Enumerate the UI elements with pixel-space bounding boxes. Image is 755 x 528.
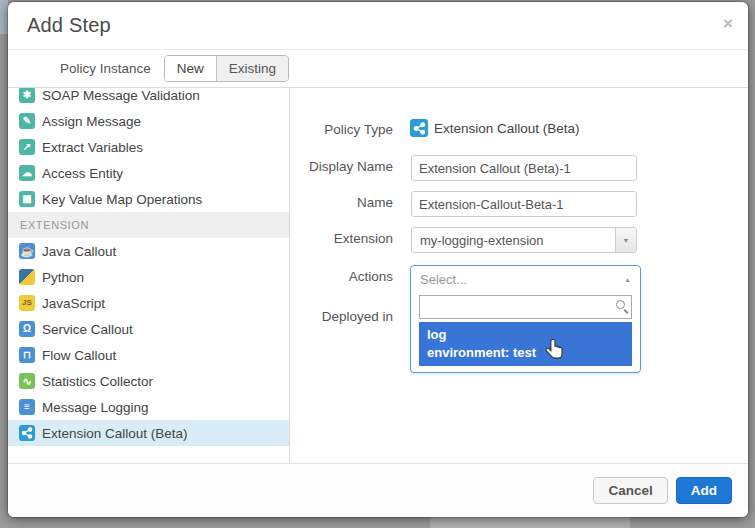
statistics-collector-icon: ∿ — [19, 373, 35, 389]
actions-label: Actions — [290, 269, 393, 284]
display-name-input[interactable] — [411, 155, 637, 181]
extension-callout-icon — [19, 425, 35, 441]
extract-variables-icon: ↗ — [19, 139, 35, 155]
background-page-strip — [430, 517, 630, 528]
list-item-label: Key Value Map Operations — [42, 192, 202, 207]
list-item-flow-callout[interactable]: ⊓ Flow Callout — [8, 342, 289, 368]
list-item-label: Java Callout — [42, 244, 116, 259]
list-item-label: Access Entity — [42, 166, 123, 181]
policy-type-value-row: Extension Callout (Beta) — [410, 119, 580, 137]
deployed-in-label: Deployed in — [290, 309, 393, 324]
list-item-statistics-collector[interactable]: ∿ Statistics Collector — [8, 368, 289, 394]
actions-dropdown-control[interactable]: Select... ▲ — [411, 266, 640, 292]
policy-instance-row: Policy Instance New Existing — [8, 50, 748, 88]
actions-placeholder: Select... — [420, 272, 624, 287]
policy-form: Policy Type Extension Callout (Beta) Dis… — [290, 88, 748, 463]
modal-title: Add Step — [27, 14, 111, 37]
list-item-label: SOAP Message Validation — [42, 88, 200, 103]
cancel-button[interactable]: Cancel — [593, 477, 667, 504]
actions-dropdown: Select... ▲ log environment: test — [410, 265, 641, 373]
list-item-label: Python — [42, 270, 84, 285]
list-item-label: JavaScript — [42, 296, 105, 311]
list-item-service-callout[interactable]: Ω Service Callout — [8, 316, 289, 342]
list-item-key-value-map-operations[interactable]: ▦ Key Value Map Operations — [8, 186, 289, 212]
chevron-down-icon: ▼ — [615, 228, 636, 252]
message-logging-icon: ≡ — [19, 399, 35, 415]
name-label: Name — [290, 195, 393, 210]
add-button[interactable]: Add — [676, 477, 732, 504]
python-icon — [19, 269, 35, 285]
toggle-existing-button[interactable]: Existing — [216, 56, 288, 81]
actions-search-wrap — [419, 295, 632, 319]
list-item-label: Extract Variables — [42, 140, 143, 155]
list-item-python[interactable]: Python — [8, 264, 289, 290]
access-entity-icon: ☁ — [19, 165, 35, 181]
list-item-access-entity[interactable]: ☁ Access Entity — [8, 160, 289, 186]
javascript-icon: JS — [19, 295, 35, 311]
soap-message-validation-icon: ✱ — [19, 88, 35, 103]
policy-type-list: ✱ SOAP Message Validation ✎ Assign Messa… — [8, 88, 290, 463]
actions-search-input[interactable] — [419, 295, 632, 319]
policy-type-label: Policy Type — [290, 122, 393, 137]
assign-message-icon: ✎ — [19, 113, 35, 129]
close-icon[interactable]: × — [723, 15, 733, 32]
java-callout-icon: ☕ — [19, 243, 35, 259]
list-item-label: Message Logging — [42, 400, 149, 415]
list-item-java-callout[interactable]: ☕ Java Callout — [8, 238, 289, 264]
extension-label: Extension — [290, 231, 393, 246]
list-item-extension-callout[interactable]: Extension Callout (Beta) — [8, 420, 289, 446]
list-item-assign-message[interactable]: ✎ Assign Message — [8, 108, 289, 134]
search-icon — [616, 300, 625, 309]
list-item-message-logging[interactable]: ≡ Message Logging — [8, 394, 289, 420]
extension-select[interactable]: my-logging-extension ▼ — [411, 227, 637, 253]
toggle-new-button[interactable]: New — [165, 56, 216, 81]
modal-footer: Cancel Add — [8, 463, 748, 517]
chevron-up-icon: ▲ — [624, 276, 631, 283]
key-value-map-icon: ▦ — [19, 191, 35, 207]
name-input[interactable] — [411, 191, 637, 217]
policy-instance-toggle: New Existing — [164, 55, 289, 82]
policy-instance-label: Policy Instance — [60, 61, 151, 76]
screenshot-root: { "modal": { "title": "Add Step", "close… — [0, 0, 755, 528]
modal-header: Add Step × — [8, 2, 748, 50]
policy-type-value: Extension Callout (Beta) — [434, 121, 580, 136]
list-item-label: Statistics Collector — [42, 374, 153, 389]
option-action-name: log — [427, 326, 624, 344]
extension-callout-icon — [410, 119, 428, 137]
list-item-label: Assign Message — [42, 114, 141, 129]
list-item-label: Service Callout — [42, 322, 133, 337]
option-environment: environment: test — [427, 344, 624, 362]
list-item-label: Extension Callout (Beta) — [42, 426, 188, 441]
list-item-extract-variables[interactable]: ↗ Extract Variables — [8, 134, 289, 160]
list-section-extension: EXTENSION — [8, 212, 289, 238]
list-item-soap-message-validation[interactable]: ✱ SOAP Message Validation — [8, 88, 289, 108]
modal-content: ✱ SOAP Message Validation ✎ Assign Messa… — [8, 88, 748, 463]
list-item-javascript[interactable]: JS JavaScript — [8, 290, 289, 316]
display-name-label: Display Name — [290, 159, 393, 174]
extension-select-value: my-logging-extension — [412, 228, 615, 252]
background-page-sliver — [0, 0, 8, 34]
add-step-modal: Add Step × Policy Instance New Existing … — [8, 2, 748, 517]
flow-callout-icon: ⊓ — [19, 347, 35, 363]
list-item-label: Flow Callout — [42, 348, 116, 363]
actions-option-log[interactable]: log environment: test — [419, 322, 632, 366]
service-callout-icon: Ω — [19, 321, 35, 337]
